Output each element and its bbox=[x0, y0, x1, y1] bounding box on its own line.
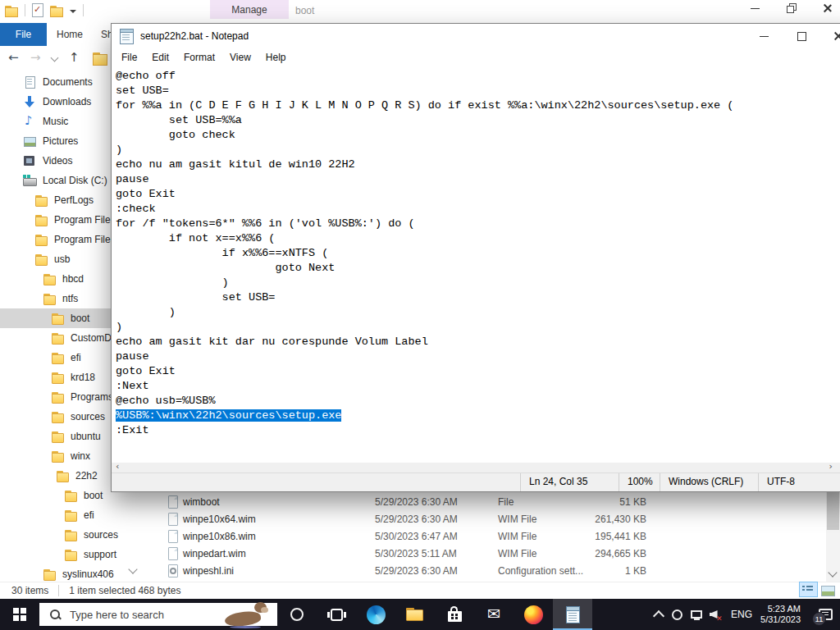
code-line[interactable]: goto Exit bbox=[116, 187, 840, 202]
scroll-down-icon[interactable] bbox=[828, 568, 837, 577]
tree-item-syslinux406[interactable]: syslinux406 bbox=[0, 564, 143, 582]
menu-format[interactable]: Format bbox=[176, 48, 222, 66]
code-line[interactable]: if x%%6==xNTFS ( bbox=[116, 246, 840, 261]
action-center-button[interactable]: 11 bbox=[809, 599, 837, 630]
details-view-button[interactable] bbox=[799, 582, 818, 597]
taskbar-button-store[interactable] bbox=[435, 599, 474, 630]
file-type: WIM File bbox=[498, 548, 536, 559]
explorer-close-button[interactable] bbox=[822, 2, 833, 14]
code-line[interactable]: %USB%:\winx\22h2\sources\setup.exe bbox=[116, 409, 840, 423]
taskbar-button-file-explorer[interactable] bbox=[395, 599, 435, 630]
menu-view[interactable]: View bbox=[222, 48, 258, 66]
customize-toolbar-caret-icon[interactable] bbox=[70, 10, 76, 13]
code-line[interactable]: ) bbox=[116, 143, 840, 158]
code-line[interactable]: pause bbox=[116, 172, 840, 187]
back-arrow-icon[interactable]: ← bbox=[8, 50, 19, 65]
taskbar-button-cortana[interactable] bbox=[277, 599, 317, 630]
code-line[interactable]: echo am gasit kit dar nu corespunde Volu… bbox=[116, 335, 840, 349]
tree-item-label: krd18 bbox=[71, 372, 95, 383]
picture-icon bbox=[23, 135, 37, 148]
folder-icon bbox=[64, 509, 78, 523]
tree-item-sources[interactable]: sources bbox=[0, 525, 143, 545]
code-line[interactable]: set USB= bbox=[116, 84, 840, 98]
taskbar-button-edge[interactable] bbox=[356, 599, 395, 630]
code-line[interactable]: goto Next bbox=[116, 261, 840, 276]
video-icon bbox=[23, 154, 37, 168]
tree-item-label: Pictures bbox=[43, 135, 78, 147]
code-line[interactable]: @echo usb=%USB% bbox=[116, 394, 840, 409]
ribbon-tab-home[interactable]: Home bbox=[47, 23, 93, 46]
folder-icon bbox=[43, 272, 57, 286]
menu-edit[interactable]: Edit bbox=[144, 48, 176, 66]
explorer-minimize-button[interactable] bbox=[750, 2, 761, 14]
folder-icon bbox=[64, 489, 78, 503]
taskbar-button-firefox[interactable] bbox=[514, 599, 553, 630]
tree-item-efi[interactable]: efi bbox=[0, 505, 143, 525]
tree-item-label: syslinux406 bbox=[62, 568, 114, 580]
folder-icon[interactable] bbox=[50, 5, 63, 16]
code-line[interactable]: if not x==x%%6 ( bbox=[116, 231, 840, 246]
code-line[interactable]: :Exit bbox=[116, 423, 840, 438]
menu-file[interactable]: File bbox=[114, 48, 144, 66]
tree-item-support[interactable]: support bbox=[0, 545, 143, 564]
code-line[interactable]: :check bbox=[116, 202, 840, 217]
notepad-minimize-button[interactable] bbox=[746, 24, 783, 48]
scroll-right-icon[interactable]: › bbox=[829, 461, 833, 472]
language-indicator[interactable]: ENG bbox=[731, 609, 752, 620]
notepad-close-button[interactable] bbox=[819, 24, 840, 48]
folder-icon bbox=[34, 194, 48, 208]
ribbon-tab-manage[interactable]: Manage bbox=[210, 0, 289, 19]
taskbar-search[interactable] bbox=[39, 603, 277, 626]
taskbar-button-notepad[interactable] bbox=[553, 599, 592, 630]
code-line[interactable]: pause bbox=[116, 349, 840, 364]
code-line[interactable]: for %%a in (C D E F G H I J K L M N O P … bbox=[116, 98, 840, 113]
properties-check-icon[interactable] bbox=[32, 3, 43, 17]
search-input[interactable] bbox=[68, 608, 203, 622]
tray-meet-now[interactable] bbox=[668, 599, 687, 630]
tray-tray-expand[interactable] bbox=[649, 599, 668, 630]
scrollbar-thumb[interactable] bbox=[827, 491, 839, 530]
file-date: 5/29/2023 6:30 AM bbox=[375, 514, 458, 525]
recent-locations-caret-icon[interactable] bbox=[51, 54, 59, 62]
address-bar-folder-icon[interactable] bbox=[93, 52, 107, 65]
otter-search-graphic[interactable] bbox=[223, 600, 274, 630]
file-row-winpedart.wim[interactable]: winpedart.wim5/30/2023 5:11 AMWIM File29… bbox=[144, 546, 826, 563]
tray-network[interactable] bbox=[687, 599, 705, 630]
code-line[interactable]: :Next bbox=[116, 379, 840, 394]
taskbar-button-mail[interactable] bbox=[474, 599, 514, 630]
start-button[interactable] bbox=[0, 599, 39, 630]
explorer-restore-button[interactable] bbox=[786, 2, 797, 14]
code-line[interactable]: set USB= bbox=[116, 290, 840, 305]
code-line[interactable]: goto Exit bbox=[116, 364, 840, 379]
taskbar: ENG 5:23 AM 5/31/2023 11 bbox=[0, 599, 840, 630]
code-line[interactable]: for /f "tokens=6*" %%6 in ('vol %USB%:')… bbox=[116, 217, 840, 231]
clock[interactable]: 5:23 AM 5/31/2023 bbox=[760, 604, 801, 625]
file-row-winpe10x86.wim[interactable]: winpe10x86.wim5/30/2023 6:47 AMWIM File1… bbox=[144, 528, 826, 546]
code-line[interactable]: @echo off bbox=[116, 69, 840, 84]
folder-icon bbox=[51, 450, 65, 463]
code-line[interactable]: ) bbox=[116, 320, 840, 335]
taskbar-button-task-view[interactable] bbox=[317, 599, 356, 630]
ribbon-tab-file[interactable]: File bbox=[0, 23, 47, 46]
selection-info: 1 item selected 468 bytes bbox=[69, 585, 180, 596]
folder-icon[interactable] bbox=[5, 5, 18, 16]
folder-icon bbox=[64, 528, 78, 542]
large-icons-view-button[interactable] bbox=[819, 583, 837, 597]
tray-volume-muted[interactable] bbox=[705, 599, 724, 630]
code-line[interactable]: ) bbox=[116, 305, 840, 320]
code-line[interactable]: echo nu am gasit kitul de win10 22H2 bbox=[116, 158, 840, 172]
code-line[interactable]: ) bbox=[116, 276, 840, 290]
notepad-maximize-button[interactable] bbox=[783, 24, 819, 48]
file-row-winpeshl.ini[interactable]: winpeshl.ini5/29/2023 6:30 AMConfigurati… bbox=[144, 563, 826, 580]
code-line[interactable]: set USB=%%a bbox=[116, 113, 840, 128]
scroll-left-icon[interactable]: ‹ bbox=[116, 461, 119, 472]
encoding: UTF-8 bbox=[758, 473, 840, 491]
notepad-titlebar[interactable]: setup22h2.bat - Notepad bbox=[112, 24, 840, 48]
file-row-wimboot[interactable]: wimboot5/29/2023 6:30 AMFile51 KB bbox=[144, 494, 826, 511]
windows-logo-icon bbox=[13, 608, 26, 621]
file-row-winpe10x64.wim[interactable]: winpe10x64.wim5/29/2023 6:30 AMWIM File2… bbox=[144, 511, 826, 528]
code-line[interactable]: goto check bbox=[116, 128, 840, 143]
menu-help[interactable]: Help bbox=[258, 48, 294, 66]
up-arrow-icon[interactable]: ↑ bbox=[69, 50, 80, 65]
notepad-text[interactable]: @echo offset USB=for %%a in (C D E F G H… bbox=[112, 66, 840, 463]
